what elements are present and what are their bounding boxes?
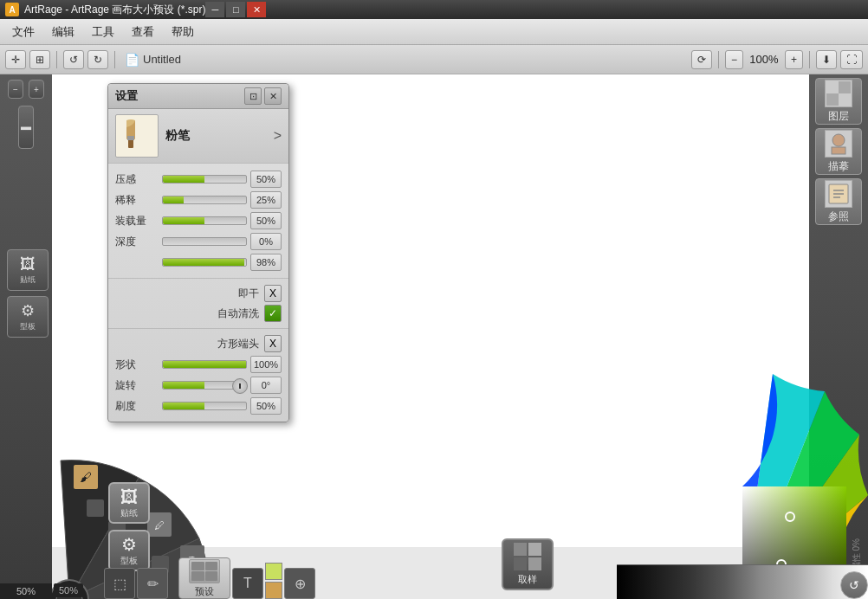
pressure-fill (163, 176, 204, 183)
svg-rect-24 (832, 147, 845, 154)
stiffness-track[interactable] (162, 402, 247, 410)
zoom-level: 100% (747, 53, 781, 66)
pen-tool-btn[interactable]: ✏ (137, 568, 168, 599)
preset-icon (189, 559, 220, 583)
bottom-tool-strip: ⬚ ✏ 预设 T (104, 557, 315, 599)
titlebar-text: ArtRage - ArtRage 画布大小预设 (*.spr) (24, 3, 205, 17)
reference-button[interactable]: 参照 (815, 178, 862, 225)
redo-button[interactable]: ↻ (87, 50, 108, 69)
sampling-icon (514, 543, 541, 570)
filename-label: Untitled (143, 53, 181, 66)
shape-track[interactable] (162, 360, 247, 369)
move-tool-button[interactable]: ✛ (5, 50, 26, 69)
template-button[interactable]: ⚙ 型板 (7, 296, 49, 338)
undo-button[interactable]: ↺ (63, 50, 84, 69)
menu-view[interactable]: 查看 (123, 21, 163, 43)
shape-slider-row: 形状 100% (115, 356, 282, 373)
maximize-button[interactable]: □ (226, 2, 245, 17)
trace-button[interactable]: 描摹 (815, 128, 862, 175)
select-tool-btn[interactable]: ⬚ (104, 568, 135, 599)
auto-clean-row: 自动清洗 ✓ (115, 305, 282, 322)
swatch-1[interactable] (265, 563, 282, 580)
text-tool-btn[interactable]: T (232, 568, 263, 599)
download-button[interactable]: ⬇ (816, 50, 837, 69)
pressure-slider-row: 压感 50% (115, 171, 282, 188)
sticker-btn[interactable]: 🖼 贴纸 (108, 482, 150, 524)
color-black-strip[interactable] (617, 564, 868, 599)
square-tip-toggle[interactable]: X (264, 335, 282, 352)
brush-name: 粉笔 (165, 128, 274, 144)
vertical-slider-handle[interactable]: ▐ (18, 106, 34, 149)
svg-rect-2 (127, 136, 134, 140)
rotation-value: 0° (250, 377, 282, 394)
rotation-dial[interactable] (232, 378, 248, 394)
preset-label: 预设 (195, 585, 214, 598)
quick-dry-toggle[interactable]: X (264, 285, 282, 302)
color-swatches (265, 563, 282, 599)
fullscreen-button[interactable]: ⛶ (840, 50, 863, 69)
settings-close-button[interactable]: ✕ (264, 87, 282, 105)
menu-help[interactable]: 帮助 (163, 21, 203, 43)
preset-button[interactable]: 预设 (178, 557, 230, 599)
toolbar-separator-3 (718, 51, 719, 68)
rotation-track[interactable] (162, 381, 247, 390)
rotation-label: 旋转 (115, 378, 159, 393)
toolbar-right: ⟳ − 100% + ⬇ ⛶ (691, 50, 863, 69)
auto-clean-toggle[interactable]: ✓ (264, 305, 282, 322)
window-controls: ─ □ ✕ (205, 2, 266, 17)
brush-icon[interactable] (115, 114, 159, 158)
load-fill (163, 217, 204, 224)
depth-track[interactable] (162, 237, 247, 246)
menu-edit[interactable]: 编辑 (43, 21, 83, 43)
svg-text:🖊: 🖊 (154, 519, 165, 531)
svg-rect-19 (826, 81, 839, 93)
transform-tool-btn[interactable]: ⊕ (284, 568, 315, 599)
rotate-canvas-button[interactable]: ⟳ (691, 50, 712, 69)
layer-label: 图层 (828, 109, 849, 124)
stiffness-slider-row: 刷度 50% (115, 397, 282, 415)
zoom-out-button[interactable]: − (725, 50, 743, 69)
size-display: 50% (0, 583, 52, 599)
color-wheel-area: 金属性 0% ↺ (617, 365, 868, 599)
toolbar: ✛ ⊞ ↺ ↻ 📄 Untitled ⟳ − 100% + ⬇ ⛶ (0, 45, 868, 74)
dilute-track[interactable] (162, 196, 247, 204)
toolbar-separator-2 (114, 51, 115, 68)
stiffness-fill (163, 403, 204, 409)
zoom-out-left-btn[interactable]: − (8, 80, 23, 99)
sampling-button[interactable]: 取样 (502, 538, 554, 590)
layer-button[interactable]: 图层 (815, 78, 862, 125)
brush-preview: 粉笔 > (108, 109, 288, 164)
sticker-label: 贴纸 (20, 274, 36, 286)
left-toolbar: − + ▐ 🖼 贴纸 ⚙ 型板 50% (0, 74, 52, 599)
zoom-in-button[interactable]: + (785, 50, 803, 69)
brush-next-arrow[interactable]: > (274, 128, 282, 144)
rotation-slider-row: 旋转 0° (115, 377, 282, 394)
color-options-button[interactable]: ↺ (840, 571, 868, 599)
settings-panel: 设置 ⊡ ✕ 粉笔 > (107, 83, 289, 422)
sticker-button[interactable]: 🖼 贴纸 (7, 249, 49, 291)
sliders-section: 压感 50% 稀释 25% 装载量 (108, 164, 288, 279)
svg-text:🖌: 🖌 (80, 470, 92, 484)
depth-value: 0% (250, 233, 282, 250)
depth-slider-row: 深度 0% (115, 233, 282, 250)
zoom-in-left-btn[interactable]: + (29, 80, 44, 99)
load-slider-row: 装载量 50% (115, 212, 282, 229)
size-indicator: 50% (54, 583, 83, 597)
layer-icon (825, 80, 852, 107)
template-label: 型板 (20, 321, 36, 332)
extra-track[interactable] (162, 258, 247, 267)
swatch-2[interactable] (265, 582, 282, 599)
settings-pin-button[interactable]: ⊡ (244, 87, 262, 105)
minimize-button[interactable]: ─ (205, 2, 224, 17)
grid-button[interactable]: ⊞ (29, 50, 50, 69)
svg-rect-1 (128, 139, 133, 148)
auto-clean-label: 自动清洗 (217, 306, 259, 321)
menu-file[interactable]: 文件 (3, 21, 43, 43)
reference-label: 参照 (828, 209, 849, 224)
svg-rect-20 (839, 81, 851, 93)
menu-tools[interactable]: 工具 (83, 21, 123, 43)
load-track[interactable] (162, 216, 247, 225)
close-button[interactable]: ✕ (247, 2, 266, 17)
pressure-track[interactable] (162, 175, 247, 184)
filename-area: 📄 Untitled (125, 53, 181, 67)
